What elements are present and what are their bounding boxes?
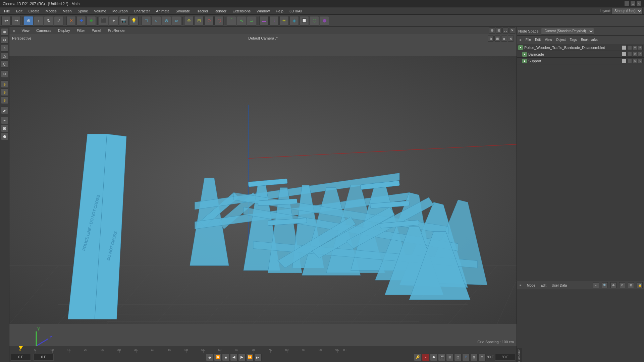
obj-ctrl-vis[interactable]	[622, 45, 627, 50]
viewport-menu-filter[interactable]: Filter	[75, 28, 87, 33]
obj-ctrl-lock-2[interactable]	[627, 52, 632, 57]
om-menu-file[interactable]: File	[524, 37, 532, 42]
attrs-search-btn-3[interactable]: ⊙	[619, 282, 625, 288]
obj-ctrl-render-3[interactable]: ⊕	[633, 59, 637, 63]
scale-tool-button[interactable]: ⤢	[54, 16, 63, 25]
viewport-ctrl-3[interactable]: ⛶	[502, 27, 508, 34]
viewport-menu-panel[interactable]: Panel	[90, 28, 103, 33]
om-menu-icon[interactable]: ≡	[518, 37, 523, 42]
layout-select[interactable]: Startup (User)	[611, 8, 643, 14]
left-btn-s1[interactable]: $	[1, 80, 8, 88]
solo-button[interactable]: ⊡	[454, 354, 462, 361]
floor-button[interactable]: ▬	[259, 16, 269, 25]
left-btn-layers[interactable]: ≡	[1, 117, 8, 124]
maximize-button[interactable]: □	[631, 1, 635, 6]
menu-render[interactable]: Render	[212, 8, 229, 14]
menu-3dtoall[interactable]: 3DToAll	[287, 8, 305, 14]
plugin-button[interactable]: ⬢	[320, 16, 329, 25]
obj-ctrl-vis-3[interactable]	[622, 59, 627, 63]
menu-simulate[interactable]: Simulate	[173, 8, 193, 14]
null-button[interactable]: +	[109, 16, 118, 25]
menu-mesh[interactable]: Mesh	[60, 8, 74, 14]
menu-character[interactable]: Character	[131, 8, 153, 14]
render-view-button[interactable]: 🔲	[300, 16, 309, 25]
mixer-button[interactable]: ⊠	[470, 354, 478, 361]
attrs-search-btn-4[interactable]: ⊞	[628, 282, 634, 288]
bend-button[interactable]: ⌒	[227, 16, 236, 25]
array-button[interactable]: ⊞	[194, 16, 204, 25]
om-menu-object[interactable]: Object	[555, 37, 567, 42]
current-frame-field[interactable]	[34, 354, 54, 361]
obj-ctrl-lock-3[interactable]	[627, 59, 632, 63]
menu-help[interactable]: Help	[273, 8, 286, 14]
cloner-button[interactable]: ⊙	[204, 16, 214, 25]
object-row-barricade[interactable]: ▲ Barricade ⊕ ⊙	[517, 51, 644, 58]
viewport-ctrl-2[interactable]: ⊞	[496, 27, 502, 34]
left-btn-3[interactable]: ○	[1, 44, 8, 52]
object-button[interactable]: ⬛	[99, 16, 108, 25]
go-end-button[interactable]: ⏭	[254, 354, 262, 361]
left-btn-select[interactable]: ⊕	[1, 28, 8, 36]
left-btn-s2[interactable]: $	[1, 88, 8, 96]
attrs-menu-edit[interactable]: Edit	[539, 283, 548, 288]
auto-key-button[interactable]: 🔑	[414, 354, 421, 361]
next-key-button[interactable]: ⏩	[246, 354, 254, 361]
obj-ctrl-render-2[interactable]: ⊕	[633, 52, 637, 57]
obj-ctrl-extra[interactable]: ⊙	[638, 45, 643, 50]
menu-tracker[interactable]: Tracker	[193, 8, 211, 14]
stop-button[interactable]: ■	[222, 354, 229, 361]
vp-ctrl-expand[interactable]: ⊞	[494, 36, 500, 42]
play-back-button[interactable]: ◀	[230, 354, 237, 361]
viewport-3d[interactable]: Perspective Default Camera .* ⊕ ⊞ ◈ ✕	[9, 34, 517, 346]
scrubber-handle[interactable]	[19, 346, 23, 350]
left-btn-geo[interactable]: ⬟	[1, 133, 8, 140]
minimize-button[interactable]: —	[625, 1, 629, 6]
bulge-button[interactable]: ⊃	[247, 16, 256, 25]
light-button[interactable]: 💡	[129, 16, 139, 25]
plane-button[interactable]: ▱	[172, 16, 181, 25]
attrs-menu-icon[interactable]: ≡	[518, 283, 523, 288]
prev-key-button[interactable]: ⏪	[214, 354, 221, 361]
snap-button[interactable]: ⊞	[446, 354, 453, 361]
menu-animate[interactable]: Animate	[153, 8, 172, 14]
attrs-menu-userdata[interactable]: User Data	[550, 283, 568, 288]
node-space-select[interactable]: Current (Standard/Physical)	[541, 28, 594, 35]
render-end-field[interactable]	[495, 354, 515, 361]
left-btn-2[interactable]: ⊙	[1, 36, 8, 44]
menu-mograph[interactable]: MoGraph	[110, 8, 130, 14]
undo-button[interactable]: ↩	[1, 16, 11, 25]
motion-record-button[interactable]: ⏺	[430, 354, 437, 361]
menu-modes[interactable]: Modes	[43, 8, 59, 14]
sky-button[interactable]: ⌇	[269, 16, 279, 25]
obj-ctrl-lock[interactable]	[627, 45, 632, 50]
left-btn-knife[interactable]: ✂	[1, 70, 8, 78]
c4d-button[interactable]: ⬡	[310, 16, 319, 25]
viewport-menu-view[interactable]: View	[19, 28, 32, 33]
obj-ctrl-render[interactable]: ⊕	[633, 45, 637, 50]
close-button[interactable]: ✕	[637, 1, 641, 6]
viewport-menu-prorender[interactable]: ProRender	[106, 28, 127, 33]
viewport-menu-icon[interactable]: ≡	[11, 28, 17, 33]
left-btn-5[interactable]: ⬡	[1, 60, 8, 68]
fracture-button[interactable]: ⬡	[214, 16, 224, 25]
hdr-button[interactable]: ◈	[289, 16, 299, 25]
record-button[interactable]: ●	[422, 354, 429, 361]
menu-window[interactable]: Window	[254, 8, 272, 14]
select-tool-button[interactable]: ⊕	[24, 16, 33, 25]
left-btn-stack[interactable]: ⊞	[1, 125, 8, 132]
boolean-button[interactable]: ⊕	[184, 16, 194, 25]
vp-ctrl-camera[interactable]: ◈	[501, 36, 507, 42]
play-button[interactable]: ▶	[238, 354, 246, 361]
viewport-ctrl-1[interactable]: ⊕	[489, 27, 495, 34]
om-menu-view[interactable]: View	[543, 37, 553, 42]
light-2-button[interactable]: ☀	[279, 16, 289, 25]
menu-edit[interactable]: Edit	[13, 8, 25, 14]
menu-volume[interactable]: Volume	[91, 8, 109, 14]
obj-ctrl-extra-3[interactable]: ⊙	[638, 59, 643, 63]
attrs-search-btn-1[interactable]: 🔍	[602, 282, 608, 288]
go-start-button[interactable]: ⏮	[206, 354, 213, 361]
camera-button[interactable]: 📷	[119, 16, 128, 25]
object-row-support[interactable]: ▲ Support ⊕ ⊙	[517, 58, 644, 64]
attrs-search-btn-5[interactable]: 🔒	[637, 282, 643, 288]
edge-mode-button[interactable]: ❖	[87, 16, 96, 25]
